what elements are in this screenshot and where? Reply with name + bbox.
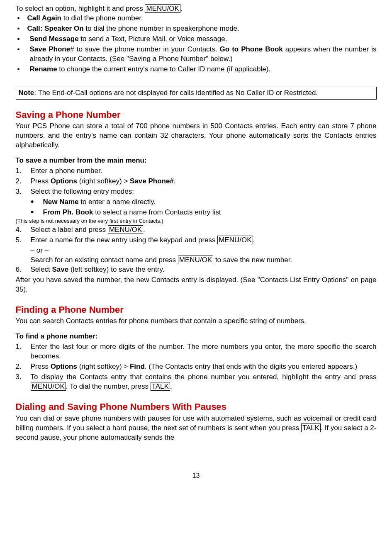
step-4: 4.Select a label and press MENU/OK. [16, 225, 377, 235]
note-label: Note [19, 89, 34, 97]
menu-ok-key: MENU/OK [178, 256, 213, 264]
t: to save the new number. [213, 256, 292, 264]
t: . [174, 177, 176, 185]
opt-hash: # [70, 45, 74, 53]
t: Options [51, 363, 77, 370]
step-num: 4. [16, 225, 31, 235]
menu-ok-key: MENU/OK [145, 4, 180, 13]
bullet-icon: ▪ [17, 65, 30, 74]
step-3: 3.Select the following entry modes: [16, 187, 377, 197]
bullet-icon: ▪ [17, 24, 27, 34]
step-5-alt: Search for an existing contact name and … [31, 256, 377, 265]
t: Save [52, 265, 68, 273]
option-send-message: ▪ Send Message to send a Text, Picture M… [17, 34, 377, 44]
heading-finding: Finding a Phone Number [16, 304, 377, 316]
opt-text: to send a Text, Picture Mail, or Voice m… [79, 35, 227, 43]
heading-saving: Saving a Phone Number [16, 109, 377, 121]
t: Enter a name for the new entry using the… [31, 236, 218, 244]
menu-ok-key: MENU/OK [31, 382, 66, 391]
intro-text-b: . [180, 5, 183, 12]
subhead-save: To save a number from the main menu: [16, 156, 377, 166]
t: . (The Contacts entry that ends with the… [145, 363, 357, 370]
opt-label: Send Message [30, 35, 79, 43]
t: Save Phone# [130, 177, 174, 185]
t: Select [31, 265, 52, 273]
t: . [170, 382, 172, 390]
or-line: – or – [31, 246, 377, 256]
first-entry-note: (This step is not necessary on the very … [16, 217, 377, 225]
t: to select a name from Contacts entry lis… [93, 208, 221, 216]
menu-ok-key: MENU/OK [108, 225, 143, 234]
opt-label-2: Go to Phone Book [220, 45, 283, 53]
heading-pauses: Dialing and Saving Phone Numbers With Pa… [16, 401, 377, 413]
step-num: 2. [16, 362, 31, 372]
find-step-1: 1.Enter the last four or more digits of … [16, 342, 377, 361]
note-box: Note: The End-of-Call options are not di… [16, 87, 377, 100]
substep-new-name: ●New Name to enter a name directly. [31, 197, 377, 207]
t: . To dial the number, press [66, 382, 151, 390]
t: Options [51, 177, 77, 185]
bullet-icon: ● [31, 208, 43, 217]
step-1: 1.Enter a phone number. [16, 166, 377, 176]
step-num: 6. [16, 265, 31, 275]
note-text: : The End-of-Call options are not displa… [34, 89, 318, 97]
after-save-para: After you have saved the number, the new… [16, 275, 377, 295]
step-num: 1. [16, 342, 31, 361]
save-steps: 1.Enter a phone number. 2.Press Options … [16, 166, 377, 275]
t: Select a label and press [31, 226, 108, 234]
bullet-icon: ● [31, 197, 43, 207]
bullet-icon: ▪ [17, 34, 30, 44]
subhead-find: To find a phone number: [16, 332, 377, 341]
saving-para: Your PCS Phone can store a total of 700 … [16, 122, 377, 150]
finding-para: You can search Contacts entries for phon… [16, 316, 377, 326]
option-save-phone: ▪ Save Phone# to save the phone number i… [17, 45, 377, 64]
option-speaker-on: ▪ Call: Speaker On to dial the phone num… [17, 24, 377, 34]
opt-label: Rename [30, 65, 57, 73]
find-step-3: 3.To display the Contacts entry that con… [16, 372, 377, 392]
intro-text-a: To select an option, highlight it and pr… [16, 5, 145, 12]
options-list: ▪ Call Again to dial the phone number. ▪… [16, 14, 377, 74]
step-5: 5.Enter a name for the new entry using t… [16, 236, 377, 245]
t: . [143, 226, 145, 234]
t: Press [31, 363, 51, 370]
step-num: 3. [16, 187, 31, 197]
step-num: 2. [16, 177, 31, 186]
page-number: 13 [16, 471, 377, 480]
step-text: Enter a phone number. [31, 166, 102, 176]
intro-line: To select an option, highlight it and pr… [16, 4, 377, 14]
t: (right softkey) > [77, 177, 130, 185]
opt-label: Call Again [27, 14, 62, 22]
step-num: 1. [16, 166, 31, 176]
pauses-para: You can dial or save phone numbers with … [16, 414, 377, 443]
step-num: 3. [16, 372, 31, 392]
opt-text: to dial the phone number. [61, 14, 143, 22]
t: . [253, 236, 255, 244]
t: Find [130, 363, 145, 370]
opt-label: Call: Speaker On [27, 24, 84, 32]
opt-label: Save Phone [30, 45, 71, 53]
option-rename: ▪ Rename to change the current entry's n… [17, 65, 377, 74]
step-num: 5. [16, 236, 31, 245]
menu-ok-key: MENU/OK [217, 236, 253, 244]
step-text: Enter the last four or more digits of th… [31, 342, 377, 361]
t: to enter a name directly. [78, 198, 156, 206]
t: From Ph. Book [43, 208, 93, 216]
t: To display the Contacts entry that conta… [31, 373, 377, 381]
step-6: 6.Select Save (left softkey) to save the… [16, 265, 377, 275]
bullet-icon: ▪ [17, 14, 27, 23]
talk-key: TALK [151, 382, 170, 391]
opt-text: to save the phone number in your Contact… [74, 45, 220, 53]
t: New Name [43, 198, 79, 206]
substep-from-phbook: ●From Ph. Book to select a name from Con… [31, 208, 377, 217]
talk-key: TALK [301, 424, 321, 432]
step-text: Select the following entry modes: [31, 187, 134, 197]
find-steps: 1.Enter the last four or more digits of … [16, 342, 377, 392]
t: (right softkey) > [77, 363, 130, 370]
opt-text: to change the current entry's name to Ca… [57, 65, 270, 73]
t: (left softkey) to save the entry. [68, 265, 164, 273]
opt-text: to dial the phone number in speakerphone… [84, 24, 239, 32]
t: Press [31, 177, 51, 185]
t: Search for an existing contact name and … [31, 256, 178, 264]
step-2: 2.Press Options (right softkey) > Save P… [16, 177, 377, 186]
bullet-icon: ▪ [17, 45, 30, 64]
